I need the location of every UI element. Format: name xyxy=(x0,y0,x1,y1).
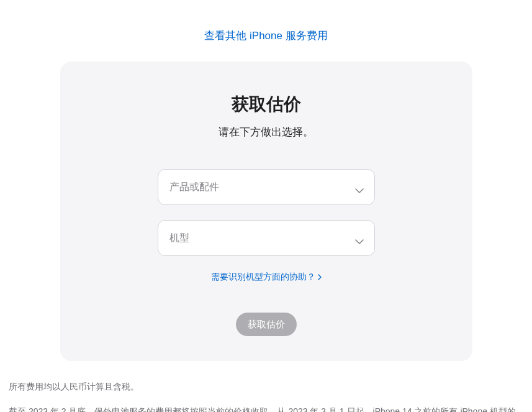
model-select-placeholder: 机型 xyxy=(169,232,189,245)
other-iphone-services-link[interactable]: 查看其他 iPhone 服务费用 xyxy=(204,30,327,42)
card-title: 获取估价 xyxy=(85,93,448,116)
product-select-wrapper: 产品或配件 xyxy=(158,169,375,205)
product-select-placeholder: 产品或配件 xyxy=(169,181,219,194)
chevron-right-icon xyxy=(318,272,322,282)
estimate-card: 获取估价 请在下方做出选择。 产品或配件 机型 需要识别机型方面的协助？ xyxy=(60,62,472,361)
top-link-wrapper: 查看其他 iPhone 服务费用 xyxy=(6,29,526,43)
footer-para-1: 所有费用均以人民币计算且含税。 xyxy=(9,380,523,393)
footer-para-2-text: 截至 2023 年 2 月底，保外电池服务的费用都将按照当前的价格收取。从 20… xyxy=(9,406,516,412)
card-subtitle: 请在下方做出选择。 xyxy=(85,125,448,139)
footer-para-2: 截至 2023 年 2 月底，保外电池服务的费用都将按照当前的价格收取。从 20… xyxy=(9,405,523,412)
product-select[interactable]: 产品或配件 xyxy=(158,169,375,205)
help-link-wrapper: 需要识别机型方面的协助？ xyxy=(85,271,448,283)
identify-model-help-link[interactable]: 需要识别机型方面的协助？ xyxy=(211,272,322,283)
model-select[interactable]: 机型 xyxy=(158,220,375,256)
model-select-wrapper: 机型 xyxy=(158,220,375,256)
get-estimate-button[interactable]: 获取估价 xyxy=(236,313,297,336)
footer-text: 所有费用均以人民币计算且含税。 截至 2023 年 2 月底，保外电池服务的费用… xyxy=(6,380,526,412)
help-link-label: 需要识别机型方面的协助？ xyxy=(211,272,315,283)
